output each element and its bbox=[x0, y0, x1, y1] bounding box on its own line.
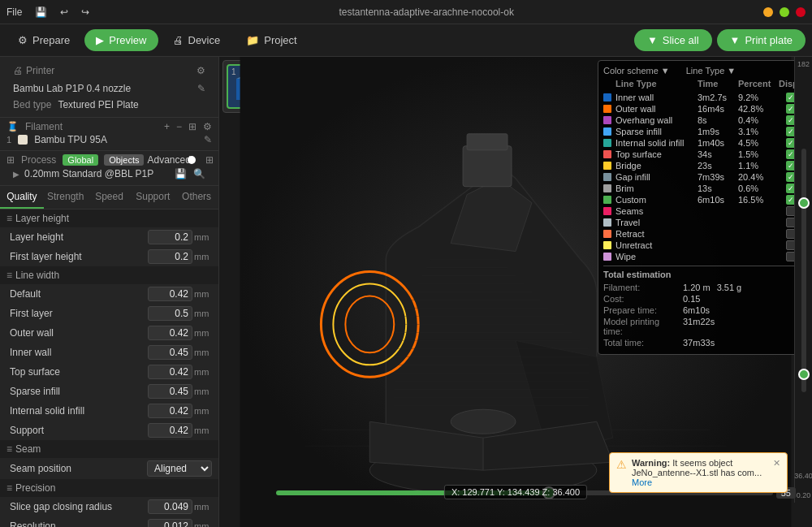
setting-row-first-layer-width: First layer mm bbox=[0, 304, 218, 323]
bridge-name-disp: Bridge bbox=[615, 161, 698, 171]
setting-row-resolution: Resolution mm bbox=[0, 516, 218, 527]
window-title: testantenna-adaptive-arachne-nocool-ok bbox=[89, 6, 763, 18]
printer-section-icon: 🖨 bbox=[13, 65, 23, 76]
inner-wall-input[interactable] bbox=[148, 345, 192, 360]
filament-edit-icon[interactable]: ✎ bbox=[204, 134, 212, 145]
default-width-input[interactable] bbox=[148, 287, 192, 301]
color-scheme-dropdown[interactable]: Color scheme ▼ bbox=[603, 66, 670, 76]
filament-add-icon[interactable]: + bbox=[164, 121, 170, 132]
layer-height-input[interactable] bbox=[148, 230, 192, 244]
ruler-thumb-top[interactable] bbox=[798, 197, 810, 209]
line-type-chevron: ▼ bbox=[727, 66, 736, 76]
warning-close-button[interactable]: ✕ bbox=[773, 458, 780, 469]
tab-others[interactable]: Others bbox=[175, 186, 218, 209]
prepare-tab[interactable]: ⚙ Prepare bbox=[6, 29, 81, 51]
filament-config-icon[interactable]: ⚙ bbox=[203, 121, 212, 132]
first-layer-height-unit: mm bbox=[194, 252, 212, 261]
inner-wall-unit: mm bbox=[194, 348, 212, 357]
list-item: Wipe bbox=[603, 251, 803, 262]
list-item: Brim 13s 0.6% bbox=[603, 183, 803, 194]
first-layer-width-input[interactable] bbox=[148, 306, 192, 321]
toolbar-save-icon[interactable]: 💾 bbox=[35, 6, 47, 18]
filament-color-swatch bbox=[18, 135, 28, 145]
tab-support[interactable]: Support bbox=[131, 186, 175, 209]
warning-more-link[interactable]: More bbox=[632, 477, 652, 487]
menu-file[interactable]: File bbox=[6, 6, 22, 18]
internal-solid-time: 1m40s bbox=[698, 138, 738, 148]
list-item: Travel bbox=[603, 217, 803, 228]
printer-header: Printer bbox=[26, 65, 197, 76]
sparse-infill-input[interactable] bbox=[148, 384, 192, 399]
menu-bar: File 💾 ↩ ↪ bbox=[6, 6, 89, 18]
setting-row-support: Support mm bbox=[0, 421, 218, 440]
col-line-type-label: Line Type bbox=[615, 79, 657, 89]
resolution-input[interactable] bbox=[148, 519, 192, 527]
custom-time: 6m10s bbox=[698, 195, 738, 205]
inner-wall-label: Inner wall bbox=[10, 347, 148, 358]
coordinate-display: X: 129.771 Y: 134.439 Z: 36.400 bbox=[444, 485, 587, 499]
process-config-icon[interactable]: ⊞ bbox=[205, 154, 214, 166]
warning-text: Warning: It seems object JeNo_antenne--X… bbox=[632, 458, 768, 487]
filament-header-label: Filament bbox=[25, 121, 161, 132]
outer-wall-swatch bbox=[603, 105, 611, 113]
project-tab[interactable]: 📁 Project bbox=[235, 29, 308, 51]
close-button[interactable] bbox=[796, 7, 806, 17]
brim-pct: 0.6% bbox=[738, 184, 779, 193]
travel-swatch bbox=[603, 218, 611, 227]
vertical-slider[interactable] bbox=[801, 68, 806, 472]
retract-swatch bbox=[603, 230, 611, 238]
col-time-label: Time bbox=[698, 79, 738, 89]
preview-icon: ▶ bbox=[96, 34, 104, 46]
process-icon: ⊞ bbox=[6, 154, 15, 166]
tab-strength[interactable]: Strength bbox=[44, 186, 88, 209]
line-type-dropdown[interactable]: Line Type ▼ bbox=[686, 66, 736, 76]
line-type-label: Line Type bbox=[686, 66, 725, 76]
maximize-button[interactable] bbox=[780, 7, 789, 17]
filament-settings-icon[interactable]: ⊞ bbox=[188, 121, 197, 132]
printer-settings-icon[interactable]: ⚙ bbox=[197, 65, 205, 76]
setting-row-outer-wall: Outer wall mm bbox=[0, 323, 218, 343]
seams-name-disp: Seams bbox=[615, 206, 698, 216]
outer-wall-label: Outer wall bbox=[10, 327, 148, 339]
outer-wall-pct: 42.8% bbox=[738, 104, 779, 114]
support-input[interactable] bbox=[148, 423, 192, 438]
custom-name-disp: Custom bbox=[615, 195, 698, 205]
top-surface-time: 34s bbox=[698, 149, 738, 159]
ruler-thumb-bottom[interactable] bbox=[798, 369, 810, 380]
device-tab[interactable]: 🖨 Device bbox=[162, 29, 232, 51]
slice-all-button[interactable]: ▼ Slice all bbox=[634, 29, 712, 51]
brim-name-disp: Brim bbox=[615, 184, 698, 193]
default-width-label: Default bbox=[10, 288, 148, 300]
profile-search-icon[interactable]: 🔍 bbox=[193, 168, 205, 179]
seam-position-select[interactable]: Aligned Random Rear bbox=[147, 460, 212, 477]
print-plate-button[interactable]: ▼ Print plate bbox=[717, 29, 806, 51]
outer-wall-input[interactable] bbox=[148, 326, 192, 340]
inner-wall-time: 3m2.7s bbox=[698, 93, 738, 102]
toolbar-undo-icon[interactable]: ↩ bbox=[60, 6, 68, 18]
top-surface-input[interactable] bbox=[148, 365, 192, 379]
internal-solid-input[interactable] bbox=[148, 404, 192, 418]
process-advanced-label: Advanced bbox=[147, 154, 190, 166]
left-panel: 🖨 Printer ⚙ Bambu Lab P1P 0.4 nozzle ✎ B… bbox=[0, 57, 219, 527]
brim-time: 13s bbox=[698, 184, 738, 193]
minimize-button[interactable] bbox=[763, 7, 773, 17]
quality-tabs: Quality Strength Speed Support Others bbox=[0, 186, 218, 210]
sparse-infill-unit: mm bbox=[194, 387, 212, 396]
slice-gap-input[interactable] bbox=[148, 499, 192, 514]
toolbar-redo-icon[interactable]: ↪ bbox=[81, 6, 89, 18]
unretract-name-disp: Unretract bbox=[615, 240, 698, 250]
project-icon: 📁 bbox=[246, 34, 259, 46]
bed-type-value: Textured PEI Plate bbox=[58, 99, 205, 110]
settings-list: ≡ Layer height Layer height mm First lay… bbox=[0, 210, 218, 527]
preview-tab[interactable]: ▶ Preview bbox=[84, 29, 158, 51]
printer-edit-icon[interactable]: ✎ bbox=[197, 83, 205, 94]
list-item: Bridge 23s 1.1% bbox=[603, 160, 803, 171]
bed-type-label: Bed type bbox=[13, 99, 51, 110]
overhang-wall-pct: 0.4% bbox=[738, 115, 779, 125]
layer-height-header: ≡ Layer height bbox=[0, 210, 218, 227]
filament-remove-icon[interactable]: − bbox=[176, 121, 182, 132]
tab-quality[interactable]: Quality bbox=[0, 186, 44, 209]
profile-save-icon[interactable]: 💾 bbox=[175, 168, 187, 179]
tab-speed[interactable]: Speed bbox=[88, 186, 132, 209]
first-layer-height-input[interactable] bbox=[148, 249, 192, 264]
